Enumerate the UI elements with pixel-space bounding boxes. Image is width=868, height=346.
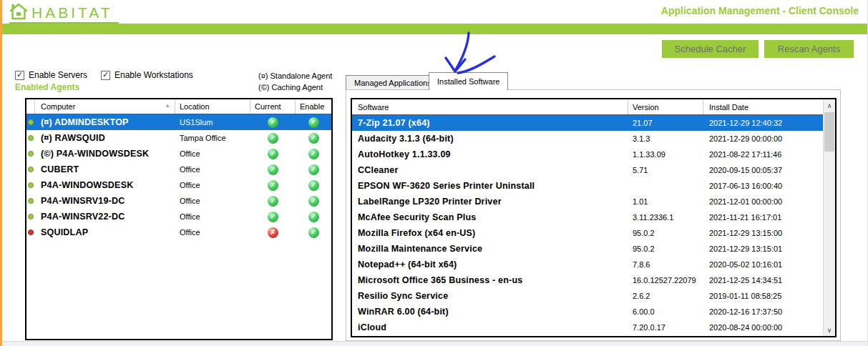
software-row[interactable]: iCloud 7.20.0.17 2020-08-24 00:00:00 bbox=[352, 320, 823, 335]
software-version: 7.20.0.17 bbox=[628, 323, 703, 332]
column-header-location[interactable]: Location bbox=[175, 99, 250, 114]
software-row[interactable]: 7-Zip 21.07 (x64) 21.07 2021-12-29 12:40… bbox=[352, 115, 823, 131]
column-header-version[interactable]: Version bbox=[628, 99, 703, 114]
software-install-date: 2021-12-29 12:40:32 bbox=[703, 119, 811, 127]
agent-status-led bbox=[28, 229, 34, 235]
agent-status-led bbox=[28, 167, 34, 172]
agent-row[interactable]: P4A-WINSRV19-DC Office bbox=[26, 193, 331, 209]
software-row[interactable]: Audacity 3.1.3 (64-bit) 3.1.3 2021-12-29… bbox=[352, 131, 823, 147]
software-version: 5.71 bbox=[628, 166, 703, 174]
check-circle-icon bbox=[308, 149, 319, 159]
agent-computer-name: P4A-WINSRV19-DC bbox=[35, 196, 175, 206]
agent-row[interactable]: P4A-WINSRV22-DC Office bbox=[26, 209, 331, 224]
column-header-current[interactable]: Current bbox=[250, 99, 296, 114]
software-name: WinRAR 6.00 (64-bit) bbox=[352, 307, 628, 317]
enabled-agents-heading: Enabled Agents bbox=[15, 82, 79, 92]
column-header-led bbox=[26, 99, 35, 114]
scroll-up-icon[interactable]: ∧ bbox=[824, 99, 835, 112]
caching-agent-legend: (©) Caching Agent bbox=[258, 83, 323, 92]
agent-row[interactable]: (¤) RAWSQUID Tampa Office bbox=[26, 130, 331, 146]
tab-installed-software[interactable]: Installed Software bbox=[429, 72, 508, 90]
column-header-enable[interactable]: Enable bbox=[296, 99, 331, 114]
check-circle-icon bbox=[268, 180, 278, 191]
software-install-date: 2021-12-25 14:34:51 bbox=[703, 276, 811, 285]
software-row[interactable]: Notepad++ (64-bit x64) 7.8.6 2020-05-02 … bbox=[352, 257, 823, 272]
software-install-date: 2021-08-22 17:11:46 bbox=[703, 150, 811, 159]
software-install-date: 2021-12-01 00:00:00 bbox=[703, 197, 811, 206]
software-version: 95.0.2 bbox=[628, 244, 703, 253]
window-bottom-edge bbox=[2, 341, 867, 346]
agent-location: Office bbox=[175, 165, 250, 174]
software-install-date: 2021-12-29 13:15:01 bbox=[703, 244, 811, 253]
habitat-logo: HABITAT bbox=[9, 3, 119, 24]
software-row[interactable]: LabelRange LP320 Printer Driver 1.01 202… bbox=[352, 194, 823, 209]
software-name: CCleaner bbox=[352, 165, 628, 175]
software-name: Mozilla Firefox (x64 en-US) bbox=[352, 228, 628, 238]
x-circle-icon bbox=[268, 227, 278, 238]
agent-row[interactable]: (¤) ADMINDESKTOP US1Slum bbox=[26, 114, 331, 130]
agent-location: Office bbox=[175, 212, 250, 221]
check-circle-icon bbox=[308, 227, 319, 238]
page-title: Application Management - Client Console bbox=[661, 5, 859, 16]
agent-location: Office bbox=[175, 181, 250, 189]
enable-servers-checkbox[interactable]: ✓ Enable Servers bbox=[15, 70, 87, 80]
software-name: Notepad++ (64-bit x64) bbox=[352, 260, 628, 270]
schedule-cacher-button[interactable]: Schedule Cacher bbox=[662, 40, 759, 58]
software-name: AutoHotkey 1.1.33.09 bbox=[352, 149, 628, 159]
check-circle-icon bbox=[268, 212, 278, 222]
agent-status-led bbox=[28, 151, 34, 157]
brand-text: HABITAT bbox=[31, 5, 113, 21]
software-install-date: 2019-01-11 08:58:25 bbox=[703, 292, 811, 300]
software-install-date: 2021-12-29 13:15:00 bbox=[703, 229, 811, 237]
software-version: 95.0.2 bbox=[628, 229, 703, 237]
checkbox-check-icon: ✓ bbox=[15, 71, 24, 80]
software-row[interactable]: AutoHotkey 1.1.33.09 1.1.33.09 2021-08-2… bbox=[352, 147, 823, 162]
tab-managed-applications[interactable]: Managed Applications bbox=[346, 75, 440, 90]
agent-row[interactable]: P4A-WINDOWSDESK Office bbox=[26, 177, 331, 193]
column-header-software[interactable]: Software bbox=[352, 99, 628, 114]
agent-location: Office bbox=[175, 149, 250, 158]
installed-software-panel: Software Version Install Date 7-Zip 21.0… bbox=[346, 89, 841, 341]
check-circle-icon bbox=[268, 117, 278, 128]
column-header-install-date[interactable]: Install Date bbox=[703, 99, 811, 114]
agents-table-header: Computer ▲ Location Current Enable bbox=[26, 99, 331, 114]
enable-workstations-checkbox[interactable]: ✓ Enable Workstations bbox=[101, 70, 193, 80]
agent-row[interactable]: SQUIDLAP Office bbox=[26, 224, 331, 240]
software-row[interactable]: Microsoft Office 365 Business - en-us 16… bbox=[352, 272, 823, 288]
software-version: 3.11.2336.1 bbox=[628, 213, 703, 222]
software-version: 2.6.2 bbox=[628, 292, 703, 300]
scrollbar-thumb[interactable] bbox=[824, 112, 834, 152]
check-circle-icon bbox=[268, 164, 278, 175]
software-row[interactable]: WinRAR 6.00 (64-bit) 6.00.0 2020-12-16 1… bbox=[352, 304, 823, 320]
software-name: Microsoft Office 365 Business - en-us bbox=[352, 275, 628, 285]
agent-location: Office bbox=[175, 197, 250, 205]
software-name: iCloud bbox=[352, 322, 628, 332]
agent-computer-name: CUBERT bbox=[35, 164, 175, 174]
software-row[interactable]: Mozilla Firefox (x64 en-US) 95.0.2 2021-… bbox=[352, 225, 823, 241]
software-version: 6.00.0 bbox=[628, 307, 703, 316]
software-row[interactable]: EPSON WF-3620 Series Printer Uninstall 2… bbox=[352, 178, 823, 194]
agent-computer-name: (¤) ADMINDESKTOP bbox=[35, 117, 175, 127]
software-name: McAfee Security Scan Plus bbox=[352, 212, 628, 222]
client-console-window: HABITAT Application Management - Client … bbox=[0, 0, 868, 346]
software-row[interactable]: Resilio Sync Service 2.6.2 2019-01-11 08… bbox=[352, 288, 823, 304]
agent-row[interactable]: (©) P4A-WINDOWSDESK Office bbox=[26, 146, 331, 162]
scroll-down-icon[interactable]: ∨ bbox=[824, 324, 835, 336]
check-circle-icon bbox=[308, 164, 319, 175]
software-row[interactable]: McAfee Security Scan Plus 3.11.2336.1 20… bbox=[352, 209, 823, 225]
agent-location: Office bbox=[175, 228, 250, 237]
installed-software-table: Software Version Install Date 7-Zip 21.0… bbox=[351, 98, 837, 337]
software-install-date: 2021-11-21 16:17:01 bbox=[703, 213, 811, 222]
software-version: 7.8.6 bbox=[628, 260, 703, 269]
software-row[interactable]: Mozilla Maintenance Service 95.0.2 2021-… bbox=[352, 241, 823, 257]
rescan-agents-button[interactable]: Rescan Agents bbox=[764, 40, 854, 58]
software-version: 21.07 bbox=[628, 119, 703, 127]
agent-row[interactable]: CUBERT Office bbox=[26, 162, 331, 177]
vertical-scrollbar[interactable]: ∧ ∨ bbox=[823, 99, 835, 336]
software-row[interactable]: CCleaner 5.71 2020-09-15 00:05:37 bbox=[352, 162, 823, 178]
agent-status-led bbox=[28, 182, 34, 188]
column-header-computer[interactable]: Computer ▲ bbox=[35, 99, 175, 114]
check-circle-icon bbox=[268, 149, 278, 159]
check-circle-icon bbox=[268, 133, 278, 144]
agent-computer-name: P4A-WINSRV22-DC bbox=[35, 212, 175, 222]
